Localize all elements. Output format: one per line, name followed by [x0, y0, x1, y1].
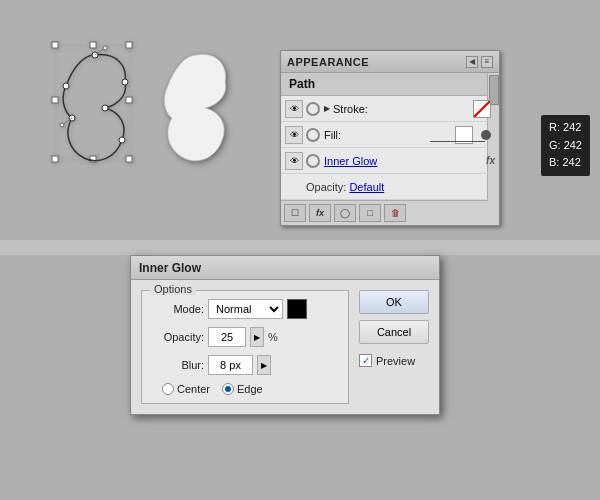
ok-button[interactable]: OK [359, 290, 429, 314]
fill-label: Fill: [324, 129, 455, 141]
svg-rect-4 [52, 97, 58, 103]
opacity-spacer [285, 178, 303, 196]
opacity-label: Opacity: Default [306, 181, 495, 193]
svg-point-12 [119, 137, 125, 143]
options-legend: Options [150, 283, 196, 295]
stroke-row: 👁 ▶ Stroke: [281, 96, 499, 122]
center-label: Center [177, 383, 210, 395]
stroke-expand-icon[interactable]: ▶ [324, 104, 330, 113]
blur-field[interactable]: 8 px [208, 355, 253, 375]
g-value: G: 242 [549, 137, 582, 155]
opacity-field[interactable]: 25 [208, 327, 246, 347]
svg-point-18 [60, 123, 64, 127]
preview-checkbox[interactable] [359, 354, 372, 367]
panel-controls: ◀ ≡ [466, 56, 493, 68]
inner-glow-fx-icon: fx [486, 155, 495, 166]
svg-point-11 [102, 105, 108, 111]
panel-menu-btn[interactable]: ≡ [481, 56, 493, 68]
fill-row: 👁 Fill: [281, 122, 499, 148]
blur-stepper[interactable]: ▶ [257, 355, 271, 375]
glow-color-swatch[interactable] [287, 299, 307, 319]
panel-titlebar: APPEARANCE ◀ ≡ [281, 51, 499, 73]
blur-row: Blur: 8 px ▶ [152, 355, 338, 375]
mode-label: Mode: [152, 303, 204, 315]
panel-collapse-btn[interactable]: ◀ [466, 56, 478, 68]
center-radio-input[interactable] [162, 383, 174, 395]
shape-outlined [50, 40, 150, 183]
panel-title: APPEARANCE [287, 56, 369, 68]
stroke-label: Stroke: [333, 103, 473, 115]
b-value: B: 242 [549, 154, 582, 172]
svg-rect-3 [126, 42, 132, 48]
svg-rect-5 [126, 97, 132, 103]
connector-line [430, 141, 485, 142]
color-tooltip: R: 242 G: 242 B: 242 [541, 115, 590, 176]
dialog-buttons: OK Cancel Preview [359, 290, 429, 404]
svg-point-14 [63, 83, 69, 89]
shape-filled [160, 40, 245, 183]
blur-label: Blur: [152, 359, 204, 371]
svg-rect-8 [126, 156, 132, 162]
stroke-swatch[interactable] [473, 100, 491, 118]
cancel-button[interactable]: Cancel [359, 320, 429, 344]
fill-visibility-btn[interactable]: 👁 [285, 126, 303, 144]
preview-label: Preview [376, 355, 415, 367]
inner-glow-label[interactable]: Inner Glow [324, 155, 486, 167]
opacity-option-row: Opacity: 25 ▶ % [152, 327, 338, 347]
preview-check[interactable]: Preview [359, 354, 429, 367]
duplicate-btn[interactable]: □ [359, 204, 381, 222]
appearance-panel: APPEARANCE ◀ ≡ Path 👁 ▶ Stroke: 👁 Fill: [280, 50, 500, 226]
edge-label: Edge [237, 383, 263, 395]
stroke-target[interactable] [306, 102, 320, 116]
svg-rect-1 [52, 42, 58, 48]
dialog-title: Inner Glow [139, 261, 201, 275]
mode-select[interactable]: Normal Multiply Screen [208, 299, 283, 319]
inner-glow-visibility-btn[interactable]: 👁 [285, 152, 303, 170]
r-value: R: 242 [549, 119, 582, 137]
panel-bottom-bar: ☐ fx ◯ □ 🗑 [281, 200, 499, 225]
dialog-options: Options Mode: Normal Multiply Screen Opa… [141, 290, 349, 404]
edge-radio[interactable]: Edge [222, 383, 263, 395]
stroke-visibility-btn[interactable]: 👁 [285, 100, 303, 118]
path-label: Path [289, 77, 315, 91]
opacity-value[interactable]: Default [349, 181, 384, 193]
options-group: Options Mode: Normal Multiply Screen Opa… [141, 290, 349, 404]
opacity-option-label: Opacity: [152, 331, 204, 343]
svg-rect-0 [55, 45, 130, 160]
opacity-row: Opacity: Default [281, 174, 499, 200]
svg-point-10 [122, 79, 128, 85]
dialog-titlebar: Inner Glow [131, 256, 439, 280]
inner-glow-target[interactable] [306, 154, 320, 168]
mode-row: Mode: Normal Multiply Screen [152, 299, 338, 319]
opacity-stepper[interactable]: ▶ [250, 327, 264, 347]
inner-glow-dialog: Inner Glow Options Mode: Normal Multiply… [130, 255, 440, 415]
edge-radio-input[interactable] [222, 383, 234, 395]
svg-rect-2 [90, 42, 96, 48]
percent-label: % [268, 331, 278, 343]
fx-add-btn[interactable]: fx [309, 204, 331, 222]
center-radio[interactable]: Center [162, 383, 210, 395]
radio-group: Center Edge [152, 383, 338, 395]
inner-glow-row: 👁 Inner Glow fx [281, 148, 499, 174]
fill-indicator-dot[interactable] [481, 130, 491, 140]
svg-rect-6 [52, 156, 58, 162]
dialog-body: Options Mode: Normal Multiply Screen Opa… [131, 280, 439, 414]
canvas-area: APPEARANCE ◀ ≡ Path 👁 ▶ Stroke: 👁 Fill: [0, 0, 600, 240]
delete-btn[interactable]: 🗑 [384, 204, 406, 222]
path-header: Path [281, 73, 499, 96]
fill-target[interactable] [306, 128, 320, 142]
svg-point-16 [103, 46, 107, 50]
new-layer-btn[interactable]: ☐ [284, 204, 306, 222]
clear-btn[interactable]: ◯ [334, 204, 356, 222]
divider [0, 240, 600, 255]
